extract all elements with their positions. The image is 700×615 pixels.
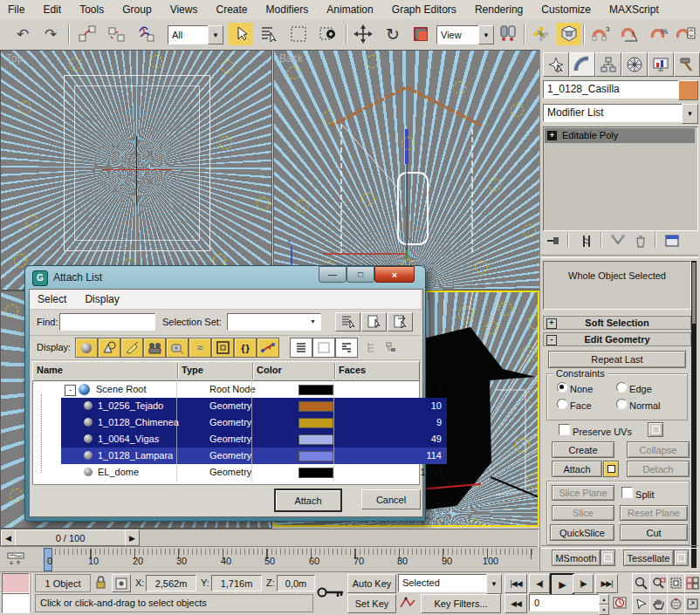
col-name[interactable]: Name	[37, 365, 63, 375]
panel-scrollbar-thumb[interactable]	[692, 263, 696, 324]
stack-item-editable-poly[interactable]: + Editable Poly	[545, 128, 695, 143]
track-bar[interactable]: 0 10 20 30 40 50 60 70 80 90 100	[0, 546, 538, 571]
viewport-top[interactable]: Top	[0, 50, 272, 290]
display-all-button[interactable]	[290, 338, 312, 358]
msmooth-settings-button[interactable]	[600, 550, 615, 566]
key-selection-arrow[interactable]: ▼	[486, 574, 502, 594]
col-faces[interactable]: Faces	[339, 365, 366, 375]
object-color-swatch[interactable]	[678, 80, 698, 100]
menu-create[interactable]: Create	[209, 0, 256, 19]
selection-filter-arrow[interactable]: ▼	[208, 25, 223, 44]
display-xrefs-button[interactable]: { }	[234, 338, 257, 358]
constraint-edge-radio[interactable]: Edge	[616, 382, 652, 394]
cancel-button[interactable]: Cancel	[361, 489, 421, 509]
viewport-top-label[interactable]: Top	[6, 52, 23, 65]
previous-frame-button[interactable]: ◀|	[529, 574, 550, 593]
object-name-field[interactable]: 1_0128_Casilla	[543, 80, 679, 99]
menu-maxscript[interactable]: MAXScript	[601, 0, 667, 19]
spinner-down-icon[interactable]: ▼	[599, 605, 609, 615]
sort-hierarchy-toggle[interactable]	[382, 339, 400, 355]
zoom-all-button[interactable]	[649, 573, 668, 593]
maximize-viewport-toggle[interactable]	[684, 594, 700, 614]
set-key-button[interactable]: Set Key	[347, 594, 396, 613]
undo-button[interactable]: ↶	[10, 23, 35, 45]
pan-button[interactable]	[649, 594, 668, 614]
pin-stack-button[interactable]	[545, 233, 562, 249]
msmooth-button[interactable]: MSmooth	[552, 550, 600, 566]
preserve-uvs-checkbox[interactable]: Preserve UVs	[559, 424, 632, 437]
table-row-el-dome[interactable]: EL_dome Geometry 1050	[61, 464, 447, 481]
display-invert-button[interactable]	[335, 338, 358, 358]
find-input[interactable]	[59, 313, 155, 331]
display-none-button[interactable]	[312, 338, 335, 358]
default-in-out-tangent-button[interactable]	[398, 595, 417, 611]
next-frame-button[interactable]: |▶	[573, 574, 594, 593]
arc-rotate-button[interactable]	[667, 594, 685, 614]
zoom-region-button[interactable]	[632, 594, 650, 614]
table-row-tejado[interactable]: 1_0256_Tejado Geometry 10	[61, 398, 447, 414]
display-geometry-button[interactable]	[75, 338, 98, 358]
maxscript-mini-listener-pink[interactable]	[2, 573, 30, 593]
reset-plane-button[interactable]: Reset Plane	[620, 505, 688, 521]
slice-plane-button[interactable]: Slice Plane	[552, 485, 614, 501]
table-row-chimenea[interactable]: 1_0128_Chimenea Geometry 9	[61, 414, 447, 431]
redo-button[interactable]: ↷	[38, 23, 63, 45]
repeat-last-button[interactable]: Repeat Last	[548, 351, 686, 368]
selection-set-arrow[interactable]: ▼	[307, 315, 319, 327]
zoom-extents-all-button[interactable]	[684, 573, 700, 593]
detach-button[interactable]: Detach	[627, 461, 690, 477]
open-mini-curve-editor-button[interactable]	[5, 550, 26, 568]
table-row-lampara[interactable]: 1_0128_Lampara Geometry 114	[61, 448, 447, 464]
tessellate-button[interactable]: Tessellate	[623, 550, 674, 566]
selection-lock-toggle[interactable]	[93, 574, 108, 591]
cut-button[interactable]: Cut	[620, 524, 688, 541]
select-and-manipulate-button[interactable]	[529, 23, 553, 45]
next-frame-slider-button[interactable]: ▶	[125, 530, 140, 546]
reference-coordinate-arrow[interactable]: ▼	[478, 25, 494, 44]
key-selection-dropdown[interactable]: Selected	[398, 574, 491, 592]
tab-hierarchy[interactable]	[595, 52, 621, 77]
select-and-scale-button[interactable]	[408, 23, 433, 45]
quickslice-button[interactable]: QuickSlice	[550, 524, 614, 541]
viewport-back[interactable]: Back z x y	[273, 50, 541, 290]
panel-scrollbar[interactable]	[691, 261, 697, 568]
rectangular-selection-region-button[interactable]	[286, 23, 311, 45]
play-button[interactable]: ▶	[550, 573, 574, 596]
use-pivot-center-button[interactable]	[496, 23, 520, 45]
menu-modifiers[interactable]: Modifiers	[258, 0, 317, 19]
select-and-move-button[interactable]	[351, 23, 375, 45]
make-unique-button[interactable]	[609, 233, 627, 249]
constraint-none-radio[interactable]: None	[557, 382, 593, 394]
close-button[interactable]: ×	[374, 266, 415, 283]
select-object-button[interactable]	[229, 23, 253, 45]
percent-snap-button[interactable]: %	[648, 23, 672, 45]
frame-spinner[interactable]: ▲ ▼	[599, 594, 607, 612]
menu-tools[interactable]: Tools	[72, 0, 112, 19]
menu-file[interactable]: File	[0, 0, 32, 19]
spinner-snap-button[interactable]	[674, 23, 698, 45]
tab-modify[interactable]	[569, 52, 595, 77]
menu-edit[interactable]: Edit	[35, 0, 69, 19]
snaps-toggle-button[interactable]	[557, 23, 581, 45]
show-subtree-toggle[interactable]	[363, 339, 381, 355]
split-checkbox[interactable]: Split	[621, 487, 654, 500]
remove-modifier-button[interactable]	[632, 233, 649, 249]
maximize-button[interactable]: □	[347, 266, 374, 283]
select-and-link-button[interactable]	[75, 23, 100, 45]
current-frame-field[interactable]: 0	[529, 594, 603, 612]
zoom-button[interactable]	[632, 573, 650, 593]
collapse-button[interactable]: Collapse	[627, 441, 690, 458]
bind-to-space-warp-button[interactable]	[134, 23, 159, 45]
window-crossing-toggle-button[interactable]	[316, 23, 340, 45]
select-by-name-button[interactable]	[257, 23, 281, 45]
maxscript-mini-listener-white[interactable]	[2, 593, 30, 613]
select-none-button[interactable]	[361, 312, 387, 331]
rollout-soft-selection[interactable]: + Soft Selection	[543, 316, 691, 330]
menu-rendering[interactable]: Rendering	[467, 0, 531, 19]
minimize-button[interactable]: —	[319, 266, 347, 283]
collapse-tree-icon[interactable]: -	[65, 385, 76, 396]
previous-frame-slider-button[interactable]: ◀	[1, 530, 16, 546]
snap-3d-button[interactable]: 3	[588, 23, 613, 45]
dialog-titlebar[interactable]: G Attach List — □ ×	[25, 266, 425, 289]
tessellate-settings-button[interactable]	[674, 550, 689, 566]
